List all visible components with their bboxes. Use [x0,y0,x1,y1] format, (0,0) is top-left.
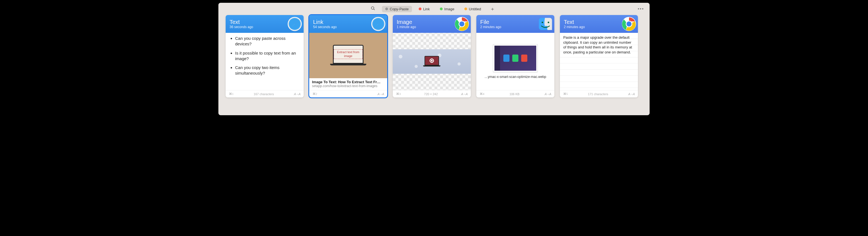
link-url: setapp.com/how-to/extract-text-from-imag… [312,84,384,89]
toolbar: Copy-Paste Link Image Untitled ＋ ••• [218,3,650,15]
format-icon[interactable]: A→A [545,92,551,96]
format-icon[interactable]: A→A [377,92,384,96]
search-icon[interactable] [371,6,375,12]
card-timestamp: 2 minutes ago [480,25,501,29]
tab-label: Link [423,7,430,11]
clip-card-image[interactable]: Image 1 minute ago ⌘3 720 × 242 A→A [393,15,471,97]
clipboard-manager-window: Copy-Paste Link Image Untitled ＋ ••• Tex [218,3,650,115]
card-footer: ⌘1 167 characters A→A [226,90,304,97]
shortcut-label: ⌘1 [229,92,234,96]
chrome-icon [453,15,471,33]
link-meta: Image To Text: How To Extract Text Fr… s… [309,78,387,90]
card-type: Link [313,19,337,25]
card-body: Paste is a major upgrade over the defaul… [560,33,638,90]
filename-label: …ymac-x-smart-scan-optimize-mac.webp [485,75,546,79]
image-thumbnail [393,49,471,74]
svg-point-16 [541,22,543,23]
card-type: Image [397,19,416,25]
card-footer: ⌘4 106 KB A→A [476,90,554,97]
safari-icon [369,15,387,33]
image-preview [393,33,471,90]
chrome-icon [620,15,638,33]
more-icon[interactable]: ••• [638,6,644,11]
card-type: Text [564,19,585,25]
svg-line-1 [374,9,375,10]
card-type: File [480,19,501,25]
card-footer: ⌘2 A→A [309,90,387,97]
category-tab-untitled[interactable]: Untitled [461,6,485,12]
tab-dot [385,7,388,10]
tab-label: Copy-Paste [390,7,409,11]
svg-point-8 [372,18,384,30]
list-item: Can you copy two items simultaneously? [235,65,299,76]
card-timestamp: 2 minutes ago [564,25,585,29]
card-body: Extract text from image Image To Text: H… [309,33,387,90]
card-timestamp: 54 seconds ago [313,25,337,29]
finder-icon [536,15,554,33]
add-category-button[interactable]: ＋ [488,5,497,13]
safari-icon [286,15,304,33]
text-content: Paste is a major upgrade over the defaul… [560,33,638,90]
category-tab-image[interactable]: Image [436,6,458,12]
card-footer: ⌘3 720 × 242 A→A [393,90,471,97]
link-preview-image: Extract text from image [309,33,387,78]
clip-card-text[interactable]: Text 2 minutes ago Paste is a major upgr… [560,15,638,97]
clip-card-file[interactable]: File 2 minutes ago …ymac-x-smart-scan-op… [476,15,554,97]
meta-label: 106 KB [509,92,520,96]
card-header: Image 1 minute ago [393,15,471,33]
card-header: Link 54 seconds ago [309,15,387,33]
meta-label: 171 characters [588,92,609,96]
tab-dot [464,7,467,10]
tab-label: Untitled [469,7,481,11]
category-tab-link[interactable]: Link [415,6,433,12]
format-icon[interactable]: A→A [628,92,634,96]
tab-label: Image [444,7,454,11]
svg-point-0 [371,7,374,9]
preview-caption: Extract text from image [334,49,363,59]
shortcut-label: ⌘2 [313,92,317,96]
cards-row: Text 36 seconds ago Can you copy paste a… [218,15,650,115]
card-type: Text [229,19,253,25]
clip-card-link[interactable]: Link 54 seconds ago Extract text from im… [309,15,387,97]
card-header: Text 2 minutes ago [560,15,638,33]
card-body: Can you copy paste across devices? Is it… [226,33,304,90]
svg-point-14 [459,22,464,27]
shortcut-label: ⌘5 [563,92,568,96]
card-header: File 2 minutes ago [476,15,554,33]
card-timestamp: 1 minute ago [397,25,416,29]
meta-label: 720 × 242 [424,92,438,96]
card-footer: ⌘5 171 characters A→A [560,90,638,97]
file-preview: …ymac-x-smart-scan-optimize-mac.webp [476,33,554,90]
card-timestamp: 36 seconds ago [229,25,253,29]
list-item: Can you copy paste across devices? [235,36,299,47]
category-tab-copy-paste[interactable]: Copy-Paste [382,6,412,12]
meta-label: 167 characters [254,92,274,96]
card-header: Text 36 seconds ago [226,15,304,33]
tab-dot [419,7,422,10]
svg-point-17 [548,22,549,23]
tab-dot [440,7,443,10]
shortcut-label: ⌘3 [396,92,401,96]
list-item: Is it possible to copy text from an imag… [235,50,299,62]
file-thumbnail [493,44,538,72]
toolbar-center: Copy-Paste Link Image Untitled ＋ [371,5,497,13]
format-icon[interactable]: A→A [294,92,300,96]
svg-point-20 [626,22,631,27]
format-icon[interactable]: A→A [461,92,467,96]
text-content: Can you copy paste across devices? Is it… [226,33,304,82]
svg-point-3 [288,18,301,30]
link-title: Image To Text: How To Extract Text Fr… [312,80,384,84]
clip-card-text[interactable]: Text 36 seconds ago Can you copy paste a… [226,15,304,97]
shortcut-label: ⌘4 [480,92,485,96]
